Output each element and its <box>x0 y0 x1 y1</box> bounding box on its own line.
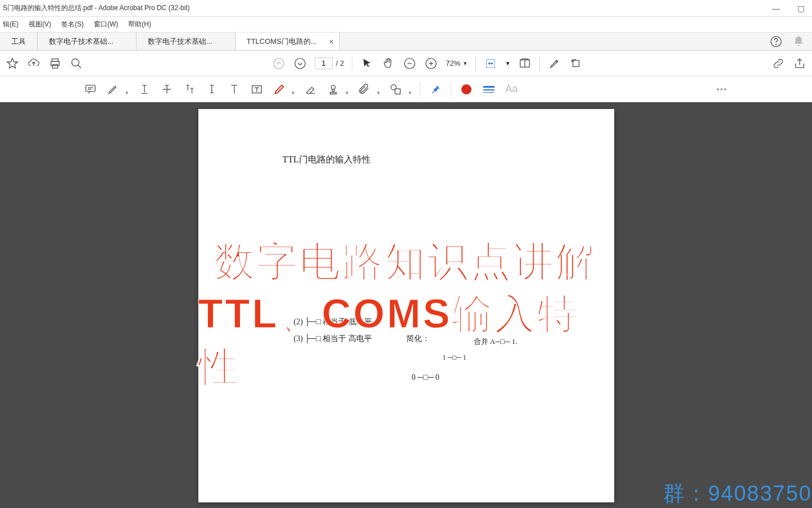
maximize-button[interactable]: ▢ <box>793 3 809 14</box>
chevron-down-icon[interactable]: ▼ <box>345 90 350 96</box>
chevron-down-icon[interactable]: ▼ <box>291 90 296 96</box>
comment-icon[interactable] <box>83 82 98 97</box>
annotation-toolbar: ▼ ▼ ▼ ▼ <box>0 76 812 102</box>
text-replace-icon[interactable] <box>182 82 197 97</box>
menu-window[interactable]: 窗口(W) <box>94 20 118 29</box>
tab-doc2[interactable]: 数字电子技术基础... <box>137 33 235 50</box>
svg-point-20 <box>724 88 727 90</box>
separator <box>539 56 540 71</box>
chevron-down-icon[interactable]: ▼ <box>125 90 129 96</box>
tab-label: 数字电子技术基础... <box>148 37 212 47</box>
pin-icon[interactable] <box>428 82 443 97</box>
separator <box>420 82 420 97</box>
fit-width-icon[interactable] <box>484 57 497 70</box>
minimize-button[interactable]: — <box>768 3 784 14</box>
close-icon[interactable]: × <box>329 37 333 46</box>
separator <box>352 56 352 71</box>
menu-edit[interactable]: 辑(E) <box>3 20 19 29</box>
stamp-icon[interactable] <box>326 82 341 97</box>
tabbar: 工具 数字电子技术基础... 数字电子技术基础... TTLCOMS门电路的..… <box>0 33 812 51</box>
zoom-out-icon[interactable] <box>403 57 416 70</box>
svg-point-6 <box>274 58 284 68</box>
help-icon[interactable] <box>769 35 783 48</box>
chevron-down-icon[interactable]: ▼ <box>407 90 412 96</box>
separator <box>475 56 476 71</box>
zoom-selector[interactable]: 72% ▼ <box>446 59 468 67</box>
svg-rect-17 <box>395 89 400 94</box>
tab-label: 数字电子技术基础... <box>49 37 114 47</box>
print-icon[interactable] <box>48 57 62 70</box>
search-icon[interactable] <box>70 57 83 70</box>
page-up-icon[interactable] <box>272 57 285 70</box>
page-down-icon[interactable] <box>293 57 307 70</box>
titlebar: S门电路的输入特性的总结.pdf - Adobe Acrobat Pro DC … <box>0 0 812 17</box>
highlight-icon[interactable] <box>548 57 561 70</box>
chevron-down-icon[interactable]: ▼ <box>505 61 510 66</box>
page-indicator: / 2 <box>315 57 344 69</box>
zoom-in-icon[interactable] <box>424 57 438 70</box>
window-controls: — ▢ <box>768 3 809 14</box>
read-mode-icon[interactable] <box>518 57 532 70</box>
text-icon[interactable] <box>227 82 242 97</box>
svg-point-15 <box>331 85 335 89</box>
page-total: / 2 <box>336 59 344 67</box>
overlay-line2: TTL、COMS输入特性 <box>198 288 614 393</box>
svg-point-1 <box>776 44 777 45</box>
chevron-down-icon: ▼ <box>462 61 468 66</box>
color-picker[interactable] <box>459 82 474 97</box>
svg-point-7 <box>295 58 305 68</box>
attach-icon[interactable] <box>357 82 371 97</box>
tab-label: TTLCOMS门电路的... <box>247 37 317 47</box>
star-icon[interactable] <box>6 57 19 70</box>
menubar: 辑(E) 视图(V) 签名(S) 窗口(W) 帮助(H) <box>0 17 812 33</box>
cursor-icon[interactable] <box>360 57 374 70</box>
font-icon[interactable]: Aa <box>504 82 519 97</box>
tab-doc3[interactable]: TTLCOMS门电路的... × <box>235 33 340 50</box>
line-weight-icon[interactable] <box>482 82 496 97</box>
window-title: S门电路的输入特性的总结.pdf - Adobe Acrobat Pro DC … <box>3 3 768 13</box>
svg-rect-4 <box>52 64 57 67</box>
tab-doc1[interactable]: 数字电子技术基础... <box>38 33 137 50</box>
eraser-icon[interactable] <box>303 82 318 97</box>
rotate-icon[interactable] <box>569 57 583 70</box>
pdf-page: TTL门电路的输入特性 (2) ├─□ 相当于 低电平. (3) ├─□ 相当于… <box>198 109 614 502</box>
overlay-line1: 数字电路知识点讲解 <box>214 235 598 288</box>
chevron-down-icon[interactable]: ▼ <box>376 90 380 96</box>
tab-tools[interactable]: 工具 <box>0 33 38 50</box>
shapes-icon[interactable] <box>388 82 403 97</box>
workspace[interactable]: TTL门电路的输入特性 (2) ├─□ 相当于 低电平. (3) ├─□ 相当于… <box>0 102 812 508</box>
bell-icon[interactable] <box>792 35 805 48</box>
share-icon[interactable] <box>793 57 806 70</box>
watermark: 群：94083750 <box>663 479 812 508</box>
textbox-icon[interactable] <box>250 82 264 97</box>
zoom-value: 72% <box>446 59 460 67</box>
svg-rect-13 <box>85 85 95 91</box>
underline-text-icon[interactable] <box>137 82 152 97</box>
svg-point-5 <box>72 58 79 66</box>
separator <box>451 82 451 97</box>
menu-help[interactable]: 帮助(H) <box>128 20 151 29</box>
hand-icon[interactable] <box>382 57 395 70</box>
app-window: S门电路的输入特性的总结.pdf - Adobe Acrobat Pro DC … <box>0 0 812 508</box>
link-icon[interactable] <box>772 57 785 70</box>
svg-point-19 <box>720 88 723 90</box>
overlay-text: 数字电路知识点讲解 TTL、COMS输入特性 <box>198 109 614 502</box>
svg-point-18 <box>717 88 719 90</box>
more-icon[interactable] <box>714 82 729 97</box>
cloud-upload-icon[interactable] <box>27 57 40 70</box>
menu-view[interactable]: 视图(V) <box>29 20 51 29</box>
pencil-icon[interactable] <box>272 82 287 97</box>
strikethrough-icon[interactable] <box>160 82 174 97</box>
main-toolbar: / 2 72% ▼ ▼ <box>0 51 812 76</box>
menu-sign[interactable]: 签名(S) <box>61 20 84 29</box>
highlighter-icon[interactable] <box>106 82 120 97</box>
text-insert-icon[interactable] <box>205 82 219 97</box>
page-current-input[interactable] <box>315 57 333 69</box>
tab-label: 工具 <box>11 37 26 47</box>
